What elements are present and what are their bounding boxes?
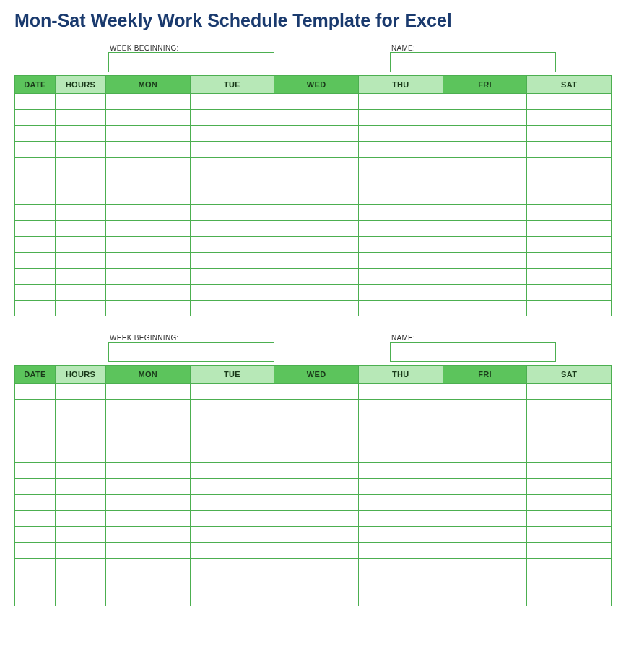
cell[interactable] bbox=[358, 285, 443, 301]
cell[interactable] bbox=[274, 511, 359, 527]
cell[interactable] bbox=[358, 205, 443, 221]
cell[interactable] bbox=[443, 527, 527, 543]
cell[interactable] bbox=[15, 543, 56, 559]
name-input[interactable] bbox=[390, 52, 556, 72]
cell[interactable] bbox=[15, 237, 56, 253]
cell[interactable] bbox=[274, 301, 359, 316]
cell[interactable] bbox=[358, 253, 443, 269]
cell[interactable] bbox=[56, 463, 106, 479]
cell[interactable] bbox=[527, 431, 612, 447]
name-input[interactable] bbox=[390, 342, 556, 362]
cell[interactable] bbox=[443, 495, 527, 511]
cell[interactable] bbox=[358, 126, 443, 142]
cell[interactable] bbox=[358, 110, 443, 126]
cell[interactable] bbox=[56, 559, 106, 574]
cell[interactable] bbox=[358, 527, 443, 543]
cell[interactable] bbox=[56, 142, 106, 158]
cell[interactable] bbox=[274, 205, 359, 221]
cell[interactable] bbox=[15, 527, 56, 543]
cell[interactable] bbox=[190, 269, 274, 285]
cell[interactable] bbox=[274, 431, 359, 447]
cell[interactable] bbox=[443, 205, 527, 221]
cell[interactable] bbox=[56, 253, 106, 269]
cell[interactable] bbox=[190, 479, 274, 495]
cell[interactable] bbox=[443, 237, 527, 253]
cell[interactable] bbox=[15, 126, 56, 142]
cell[interactable] bbox=[274, 253, 359, 269]
cell[interactable] bbox=[274, 495, 359, 511]
cell[interactable] bbox=[15, 173, 56, 189]
cell[interactable] bbox=[106, 447, 191, 463]
cell[interactable] bbox=[443, 142, 527, 158]
cell[interactable] bbox=[15, 559, 56, 574]
cell[interactable] bbox=[358, 142, 443, 158]
cell[interactable] bbox=[358, 158, 443, 173]
cell[interactable] bbox=[443, 447, 527, 463]
cell[interactable] bbox=[274, 479, 359, 495]
cell[interactable] bbox=[358, 463, 443, 479]
cell[interactable] bbox=[106, 110, 191, 126]
cell[interactable] bbox=[527, 447, 612, 463]
cell[interactable] bbox=[443, 173, 527, 189]
cell[interactable] bbox=[274, 574, 359, 590]
cell[interactable] bbox=[15, 400, 56, 415]
cell[interactable] bbox=[358, 189, 443, 205]
cell[interactable] bbox=[106, 189, 191, 205]
cell[interactable] bbox=[358, 384, 443, 400]
cell[interactable] bbox=[274, 447, 359, 463]
cell[interactable] bbox=[190, 253, 274, 269]
cell[interactable] bbox=[15, 253, 56, 269]
cell[interactable] bbox=[15, 447, 56, 463]
cell[interactable] bbox=[190, 400, 274, 415]
cell[interactable] bbox=[527, 527, 612, 543]
cell[interactable] bbox=[190, 559, 274, 574]
cell[interactable] bbox=[527, 189, 612, 205]
cell[interactable] bbox=[358, 269, 443, 285]
cell[interactable] bbox=[56, 495, 106, 511]
cell[interactable] bbox=[15, 495, 56, 511]
cell[interactable] bbox=[106, 221, 191, 237]
cell[interactable] bbox=[190, 158, 274, 173]
cell[interactable] bbox=[527, 543, 612, 559]
cell[interactable] bbox=[56, 110, 106, 126]
cell[interactable] bbox=[527, 269, 612, 285]
cell[interactable] bbox=[106, 431, 191, 447]
cell[interactable] bbox=[190, 415, 274, 431]
cell[interactable] bbox=[190, 221, 274, 237]
cell[interactable] bbox=[443, 400, 527, 415]
cell[interactable] bbox=[190, 384, 274, 400]
cell[interactable] bbox=[106, 237, 191, 253]
cell[interactable] bbox=[106, 574, 191, 590]
cell[interactable] bbox=[358, 221, 443, 237]
cell[interactable] bbox=[106, 415, 191, 431]
cell[interactable] bbox=[15, 301, 56, 316]
cell[interactable] bbox=[190, 463, 274, 479]
cell[interactable] bbox=[358, 237, 443, 253]
cell[interactable] bbox=[443, 285, 527, 301]
cell[interactable] bbox=[15, 158, 56, 173]
cell[interactable] bbox=[527, 237, 612, 253]
cell[interactable] bbox=[15, 205, 56, 221]
cell[interactable] bbox=[15, 110, 56, 126]
cell[interactable] bbox=[15, 285, 56, 301]
cell[interactable] bbox=[358, 511, 443, 527]
cell[interactable] bbox=[15, 479, 56, 495]
cell[interactable] bbox=[527, 94, 612, 110]
cell[interactable] bbox=[443, 253, 527, 269]
cell[interactable] bbox=[274, 590, 359, 606]
cell[interactable] bbox=[274, 527, 359, 543]
cell[interactable] bbox=[274, 415, 359, 431]
cell[interactable] bbox=[106, 511, 191, 527]
cell[interactable] bbox=[56, 384, 106, 400]
cell[interactable] bbox=[274, 158, 359, 173]
cell[interactable] bbox=[274, 285, 359, 301]
cell[interactable] bbox=[527, 590, 612, 606]
cell[interactable] bbox=[106, 559, 191, 574]
cell[interactable] bbox=[358, 495, 443, 511]
cell[interactable] bbox=[358, 301, 443, 316]
cell[interactable] bbox=[443, 543, 527, 559]
cell[interactable] bbox=[106, 269, 191, 285]
cell[interactable] bbox=[190, 431, 274, 447]
cell[interactable] bbox=[274, 142, 359, 158]
cell[interactable] bbox=[106, 285, 191, 301]
